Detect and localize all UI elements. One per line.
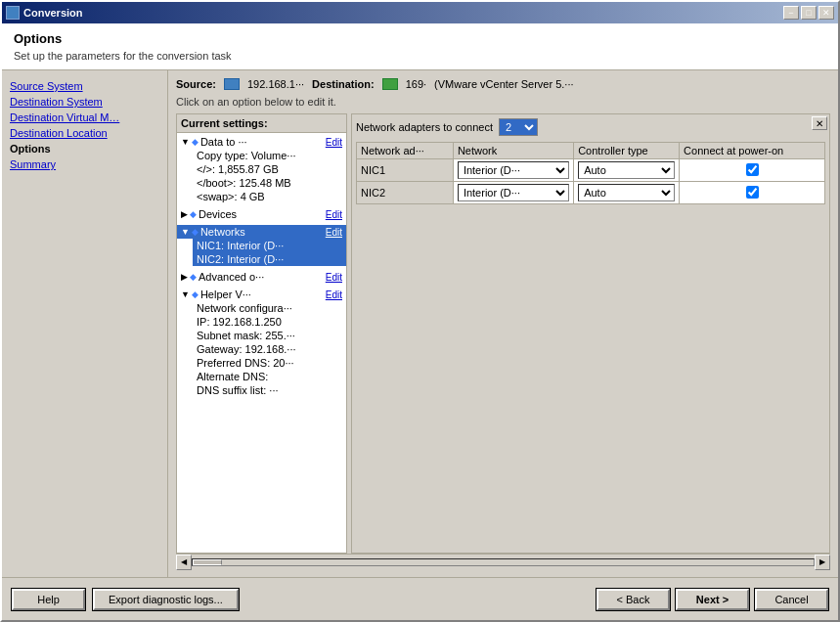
sidebar-item-source-system[interactable]: Source System: [10, 78, 159, 94]
ip-row[interactable]: IP: 192.168.1.250: [193, 315, 346, 329]
scroll-right-arrow[interactable]: ▶: [815, 555, 830, 570]
settings-section-helpervm: ▼ ◆ Helper V··· Edit Network configura··…: [177, 286, 346, 399]
data-label: Data to ···: [200, 136, 247, 148]
source-label: Source:: [176, 78, 216, 90]
networks-children: NIC1: Interior (D··· NIC2: Interior (D··…: [177, 239, 346, 266]
page-title: Options: [14, 31, 826, 46]
helpervm-edit-link[interactable]: Edit: [326, 289, 342, 300]
nic1-connect-cell: [680, 159, 825, 182]
scroll-thumb[interactable]: [193, 559, 222, 565]
table-row-nic1: NIC1 Interior (D··· Auto: [357, 159, 825, 182]
diamond-devices: ◆: [190, 209, 197, 219]
subnet-row[interactable]: Subnet mask: 255.···: [193, 329, 346, 342]
table-row-nic2: NIC2 Interior (D··· Auto: [357, 182, 825, 204]
source-dest-bar: Source: 192.168.1··· Destination: 169· (…: [176, 78, 830, 90]
nic2-connect-cell: [680, 182, 825, 204]
minimize-button[interactable]: −: [783, 6, 799, 20]
nic2-connect-checkbox[interactable]: [746, 186, 759, 199]
swap-size-row[interactable]: <swap>: 4 GB: [193, 190, 346, 203]
settings-section-networks: ▼ ◆ Networks Edit NIC1: Interior (D··· N…: [177, 223, 346, 268]
settings-section-advanced: ▶ ◆ Advanced o··· Edit: [177, 268, 346, 286]
help-button[interactable]: Help: [12, 589, 85, 610]
diamond-networks: ◆: [192, 227, 199, 237]
boot-size-row[interactable]: </boot>: 125.48 MB: [193, 176, 346, 190]
col-header-network-ad: Network ad···: [357, 143, 454, 159]
dest-icon: [382, 78, 398, 90]
sidebar-item-destination-virtual[interactable]: Destination Virtual M…: [10, 110, 159, 125]
settings-row-networks[interactable]: ▼ ◆ Networks Edit: [177, 225, 346, 239]
right-panel: ✕ Network adapters to connect 2 1 3 4: [351, 113, 830, 554]
content-area: Source System Destination System Destina…: [2, 70, 838, 577]
adapters-count-select[interactable]: 2 1 3 4: [499, 118, 538, 136]
title-bar-left: Conversion: [6, 6, 83, 20]
nic2-controller-cell: Auto: [574, 182, 680, 204]
server-info: (VMware vCenter Server 5.···: [434, 78, 573, 90]
networks-edit-link[interactable]: Edit: [326, 227, 342, 238]
next-button[interactable]: Next >: [676, 589, 749, 610]
sidebar-item-options: Options: [10, 141, 159, 156]
footer-right: < Back Next > Cancel: [597, 589, 828, 610]
title-bar: Conversion − □ ✕: [2, 2, 838, 23]
settings-panel-header: Current settings:: [177, 114, 346, 133]
advanced-edit-link[interactable]: Edit: [326, 272, 342, 283]
root-size-row[interactable]: </>: 1,855.87 GB: [193, 162, 346, 176]
settings-section-devices: ▶ ◆ Devices Edit: [177, 205, 346, 223]
main-content: Source: 192.168.1··· Destination: 169· (…: [168, 70, 838, 577]
devices-label: Devices: [199, 208, 237, 220]
expand-triangle-data: ▼: [181, 137, 190, 147]
settings-row-advanced[interactable]: ▶ ◆ Advanced o··· Edit: [177, 270, 346, 284]
close-button[interactable]: ✕: [818, 6, 834, 20]
sidebar-item-destination-system[interactable]: Destination System: [10, 94, 159, 110]
nic1-connect-checkbox[interactable]: [746, 163, 759, 176]
settings-row-data[interactable]: ▼ ◆ Data to ··· Edit: [177, 135, 346, 149]
gateway-row[interactable]: Gateway: 192.168.···: [193, 342, 346, 356]
net-config-row[interactable]: Network configura···: [193, 301, 346, 315]
dns-suffix-row[interactable]: DNS suffix list: ···: [193, 383, 346, 397]
diamond-helpervm: ◆: [192, 289, 199, 299]
back-button[interactable]: < Back: [597, 589, 670, 610]
copy-type-row[interactable]: Copy type: Volume···: [193, 149, 346, 162]
adapters-row: Network adapters to connect 2 1 3 4: [356, 118, 825, 136]
settings-row-helpervm[interactable]: ▼ ◆ Helper V··· Edit: [177, 288, 346, 301]
two-panel: Current settings: ▼ ◆ Data to ··· Edit: [176, 113, 830, 554]
title-bar-buttons: − □ ✕: [783, 6, 834, 20]
helpervm-children: Network configura··· IP: 192.168.1.250 S…: [177, 301, 346, 397]
pdns-row[interactable]: Preferred DNS: 20···: [193, 356, 346, 370]
col-header-controller: Controller type: [574, 143, 680, 159]
scroll-left-arrow[interactable]: ◀: [176, 555, 192, 570]
right-panel-close-button[interactable]: ✕: [812, 116, 827, 130]
sidebar-item-destination-location[interactable]: Destination Location: [10, 125, 159, 141]
nic1-row[interactable]: NIC1: Interior (D···: [193, 239, 346, 252]
nic1-name: NIC1: [357, 159, 454, 182]
scroll-track[interactable]: [192, 558, 815, 566]
app-icon: [6, 6, 20, 20]
sidebar: Source System Destination System Destina…: [2, 70, 168, 577]
adns-row[interactable]: Alternate DNS:: [193, 370, 346, 383]
diamond-advanced: ◆: [190, 272, 197, 282]
settings-panel: Current settings: ▼ ◆ Data to ··· Edit: [176, 113, 347, 554]
adapters-label: Network adapters to connect: [356, 121, 493, 133]
nic2-network-select[interactable]: Interior (D···: [458, 184, 569, 201]
page-subtitle: Set up the parameters for the conversion…: [14, 50, 826, 62]
source-value: 192.168.1···: [247, 78, 304, 90]
expand-triangle-networks: ▼: [181, 227, 190, 237]
data-edit-link[interactable]: Edit: [326, 137, 342, 148]
nic2-controller-select[interactable]: Auto: [578, 184, 675, 201]
settings-row-devices[interactable]: ▶ ◆ Devices Edit: [177, 207, 346, 221]
settings-section-data: ▼ ◆ Data to ··· Edit Copy type: Volume··…: [177, 133, 346, 205]
export-logs-button[interactable]: Export diagnostic logs...: [93, 589, 239, 610]
sidebar-item-summary[interactable]: Summary: [10, 156, 159, 172]
window-title: Conversion: [23, 7, 83, 19]
horizontal-scrollbar[interactable]: ◀ ▶: [176, 554, 830, 569]
nic1-network-select[interactable]: Interior (D···: [458, 161, 569, 179]
nic2-name: NIC2: [357, 182, 454, 204]
nic1-controller-select[interactable]: Auto: [578, 161, 675, 179]
cancel-button[interactable]: Cancel: [755, 589, 828, 610]
networks-label: Networks: [200, 226, 245, 238]
nic1-controller-cell: Auto: [574, 159, 680, 182]
nic2-row[interactable]: NIC2: Interior (D···: [193, 252, 346, 266]
devices-edit-link[interactable]: Edit: [326, 209, 342, 220]
col-header-network: Network: [453, 143, 573, 159]
maximize-button[interactable]: □: [801, 6, 817, 20]
click-hint: Click on an option below to edit it.: [176, 96, 830, 108]
